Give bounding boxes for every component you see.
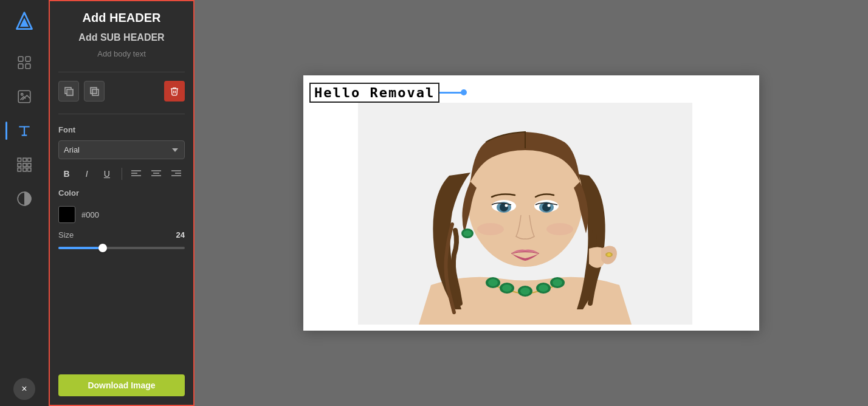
color-label: Color	[58, 188, 185, 198]
layer-down-button[interactable]	[84, 81, 105, 102]
sidebar-item-pattern[interactable]	[10, 151, 38, 179]
svg-point-39	[548, 204, 551, 207]
logo-area[interactable]	[9, 6, 40, 36]
bold-button[interactable]: B	[58, 165, 75, 182]
panel-body-text: Add body text	[58, 49, 185, 58]
close-sidebar-button[interactable]: ×	[13, 378, 35, 400]
woman-portrait	[358, 103, 692, 325]
svg-rect-9	[18, 163, 21, 167]
svg-point-53	[463, 230, 472, 236]
panel-header: Add HEADER	[58, 11, 185, 25]
svg-rect-0	[18, 57, 23, 61]
canvas-text-layer[interactable]: Hello Removal	[309, 83, 464, 103]
underline-button[interactable]: U	[98, 165, 115, 182]
sidebar-item-image[interactable]	[10, 83, 38, 111]
size-row: Size 24	[58, 230, 185, 239]
slider-fill	[58, 247, 103, 249]
sidebar-item-grid[interactable]	[10, 49, 38, 77]
size-slider[interactable]	[58, 247, 185, 249]
divider-2	[58, 114, 185, 114]
text-handle-dot[interactable]	[461, 89, 467, 95]
divider-1	[58, 72, 185, 72]
canvas-text[interactable]: Hello Removal	[309, 83, 439, 103]
svg-point-49	[539, 284, 548, 292]
svg-point-45	[502, 284, 512, 292]
color-hex-value: #000	[81, 210, 99, 219]
text-selection-line	[439, 92, 464, 94]
layer-controls	[58, 81, 185, 102]
download-area: Download Image	[50, 368, 193, 405]
text-format-row: B I U	[58, 165, 185, 182]
download-button[interactable]: Download Image	[58, 374, 185, 396]
slider-thumb	[98, 244, 107, 252]
svg-rect-13	[23, 168, 26, 171]
align-left-button[interactable]	[128, 165, 144, 182]
sidebar-item-adjust[interactable]	[10, 185, 38, 213]
svg-point-55	[607, 253, 611, 256]
svg-rect-10	[23, 163, 26, 167]
svg-rect-11	[27, 163, 30, 167]
sidebar-item-text[interactable]	[10, 117, 38, 145]
size-value: 24	[176, 230, 185, 239]
svg-rect-7	[23, 158, 26, 161]
svg-point-40	[477, 223, 504, 235]
svg-rect-8	[27, 158, 30, 161]
font-label: Font	[58, 125, 185, 134]
align-center-button[interactable]	[148, 165, 165, 182]
text-panel: Add HEADER Add SUB HEADER Add body text	[49, 0, 195, 406]
font-select[interactable]: Arial Helvetica Times New Roman Georgia …	[58, 140, 185, 159]
svg-rect-18	[91, 88, 97, 94]
svg-point-43	[488, 279, 498, 286]
svg-rect-6	[18, 158, 21, 161]
format-separator	[122, 168, 122, 180]
svg-rect-2	[18, 64, 23, 69]
italic-button[interactable]: I	[78, 165, 95, 182]
svg-point-5	[21, 94, 23, 95]
color-swatch[interactable]	[58, 206, 75, 223]
svg-point-47	[520, 287, 530, 295]
canvas[interactable]: Hello Removal	[303, 75, 759, 331]
left-sidebar: ×	[0, 0, 49, 406]
color-row: #000	[58, 206, 185, 223]
panel-content: Add HEADER Add SUB HEADER Add body text	[50, 1, 193, 368]
size-label: Size	[58, 230, 74, 239]
close-icon: ×	[21, 384, 27, 394]
main-area: Hello Removal	[195, 0, 868, 406]
svg-rect-14	[27, 168, 30, 171]
svg-rect-12	[18, 168, 21, 171]
svg-rect-17	[67, 89, 73, 95]
svg-rect-3	[26, 64, 30, 69]
align-right-button[interactable]	[168, 165, 185, 182]
layer-up-button[interactable]	[58, 81, 79, 102]
svg-point-41	[546, 223, 573, 235]
delete-layer-button[interactable]	[164, 81, 185, 102]
svg-rect-1	[26, 57, 30, 61]
svg-point-51	[553, 279, 562, 286]
panel-subheader: Add SUB HEADER	[58, 32, 185, 43]
